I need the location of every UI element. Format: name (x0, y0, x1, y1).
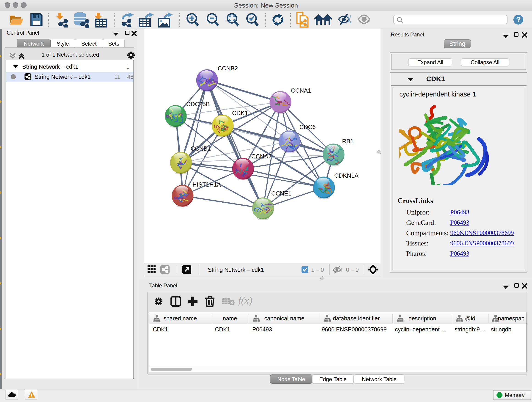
svg-text:RB1: RB1 (342, 138, 354, 145)
svg-text:CCNE1: CCNE1 (271, 190, 291, 197)
svg-text:CCNA1: CCNA1 (291, 87, 311, 94)
svg-text:HIST1H1A: HIST1H1A (192, 181, 221, 188)
svg-text:CCNB2: CCNB2 (218, 65, 238, 72)
svg-text:CDC25B: CDC25B (186, 101, 210, 108)
svg-text:CDK1: CDK1 (232, 109, 248, 116)
svg-text:CDKN1A: CDKN1A (334, 172, 359, 179)
svg-text:CCNA2: CCNA2 (251, 153, 272, 160)
svg-text:CCNB1: CCNB1 (191, 145, 211, 152)
svg-text:CDC6: CDC6 (299, 123, 316, 130)
